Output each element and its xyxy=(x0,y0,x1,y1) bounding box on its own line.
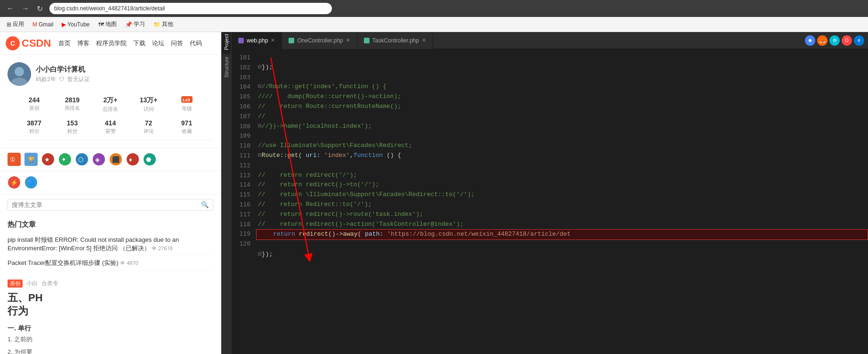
php-file-icon xyxy=(238,38,244,43)
stats-row-1: 244 原创 2819 周排名 2万+ 总排名 13万+ 访问 Lv3 xyxy=(8,91,213,117)
other-icon: 📁 xyxy=(153,21,161,28)
stat-comments: 72 评论 xyxy=(129,119,168,135)
side-panel-left: Project xyxy=(221,32,232,54)
stat-favorites: 971 收藏 xyxy=(168,119,206,135)
user-info-row: 小小白学计算机 码龄2年 🛡 暂无认证 xyxy=(8,62,213,86)
stat-level: Lv3 等级 xyxy=(168,96,206,113)
article-subtitle: 行为 xyxy=(8,305,213,318)
article-toc: 原创 小白 合类专 五、PH 行为 一. 单行 1. 之前的 2. 为何要 3.… xyxy=(0,276,221,354)
badge-7: ⬛ xyxy=(109,153,122,166)
toc-item-2[interactable]: 2. 为何要 xyxy=(8,346,213,354)
bookmarks-bar: ⊞ 应用 M Gmail ▶ YouTube 🗺 地图 📌 学习 📁 其他 xyxy=(0,17,868,32)
browser-chrome: ← → ↻ blog.csdn.net/weixin_44827418/arti… xyxy=(0,0,868,17)
hot-article-2[interactable]: Packet Tracer配置交换机详细步骤 (实验) 👁 4870 xyxy=(8,256,213,271)
search-box: 🔍 xyxy=(8,199,213,211)
maps-icon: 🗺 xyxy=(98,21,104,28)
svg-text:⬣: ⬣ xyxy=(146,156,152,163)
main-layout: C CSDN 首页 博客 程序员学院 下载 论坛 问答 代码 xyxy=(0,32,868,354)
tab-task-controller[interactable]: TaskController.php ✕ xyxy=(357,32,433,49)
code-editor: Project web.php ✕ OneController.php ✕ Ta… xyxy=(221,32,868,354)
search-input[interactable] xyxy=(12,201,201,208)
badge-6: ◈ xyxy=(92,153,105,166)
hot-article-1[interactable]: pip install 时报错 ERROR: Could not install… xyxy=(8,233,213,256)
svg-text:✦: ✦ xyxy=(61,156,66,163)
badge-row-2: ⚡ 🔷 xyxy=(0,171,221,194)
code-content[interactable]: ⊟}); ⊟//Route::get('index',function () {… xyxy=(256,49,868,354)
badge-2: 🏆 xyxy=(24,153,38,166)
nav-qa[interactable]: 问答 xyxy=(171,37,183,49)
csdn-header: C CSDN 首页 博客 程序员学院 下载 论坛 问答 代码 xyxy=(0,32,221,55)
study-icon: 📌 xyxy=(125,21,132,28)
bookmark-youtube[interactable]: ▶ YouTube xyxy=(59,20,92,29)
toc-item-1[interactable]: 1. 之前的 xyxy=(8,333,213,346)
svg-text:♦: ♦ xyxy=(129,156,132,163)
tab-close-one[interactable]: ✕ xyxy=(346,37,350,43)
apps-icon: ⊞ xyxy=(7,21,11,28)
bookmark-study[interactable]: 📌 学习 xyxy=(122,19,148,29)
nav-forum[interactable]: 论坛 xyxy=(152,37,164,49)
nav-academy[interactable]: 程序员学院 xyxy=(96,37,127,49)
stat-visits: 13万+ 访问 xyxy=(129,96,168,113)
svg-text:①: ① xyxy=(10,156,16,163)
badge-3: ★ xyxy=(41,153,55,166)
stat-original: 244 原创 xyxy=(15,96,53,113)
project-panel-tab[interactable]: Project xyxy=(222,32,231,54)
browser-ext-icons: 🦊 ⚙ O e xyxy=(805,35,868,46)
shield-icon: 🛡 xyxy=(59,76,64,82)
bookmark-gmail[interactable]: M Gmail xyxy=(30,20,56,29)
youtube-icon: ▶ xyxy=(62,21,66,28)
tab-web-php[interactable]: web.php ✕ xyxy=(232,32,282,49)
bookmark-other[interactable]: 📁 其他 xyxy=(151,19,176,29)
bookmark-apps[interactable]: ⊞ 应用 xyxy=(4,19,27,29)
refresh-button[interactable]: ↻ xyxy=(34,3,46,14)
line-numbers: 1011021031041051061071081091101111121131… xyxy=(232,49,256,354)
stats-row-2: 3877 积分 153 粉丝 414 获赞 72 评论 971 收藏 xyxy=(8,117,213,140)
badge-4: ✦ xyxy=(58,153,72,166)
tab-one-controller[interactable]: OneController.php ✕ xyxy=(282,32,357,49)
toc-list: 1. 之前的 2. 为何要 3. 继承基 xyxy=(8,333,213,354)
bookmark-maps[interactable]: 🗺 地图 xyxy=(96,19,120,29)
badge-5: ⬡ xyxy=(75,153,88,166)
back-button[interactable]: ← xyxy=(4,3,17,14)
forward-button[interactable]: → xyxy=(19,3,32,14)
csdn-logo: C CSDN xyxy=(6,36,51,50)
tab-close-task[interactable]: ✕ xyxy=(422,37,426,43)
user-meta: 码龄2年 🛡 暂无认证 xyxy=(36,75,90,83)
toc-prefix: 一. 单行 xyxy=(8,324,213,333)
svg-text:🏆: 🏆 xyxy=(28,156,35,163)
user-name: 小小白学计算机 xyxy=(36,65,90,74)
ext-icon-5: e xyxy=(854,35,864,46)
nav-home[interactable]: 首页 xyxy=(58,37,71,49)
svg-text:🔷: 🔷 xyxy=(27,179,35,187)
badge-8: ♦ xyxy=(126,153,139,166)
svg-point-28 xyxy=(809,39,812,42)
nav-blog[interactable]: 博客 xyxy=(77,37,89,49)
category-label: 合类专 xyxy=(41,280,58,288)
search-button[interactable]: 🔍 xyxy=(201,201,209,208)
editor-main: Structure 101102103104105106107108109110… xyxy=(221,49,868,354)
structure-panel: Structure xyxy=(221,49,232,354)
badge-1: ① xyxy=(8,153,21,166)
article-views-1: 👁 27678 xyxy=(152,246,173,251)
article-views-2: 👁 4870 xyxy=(120,260,138,266)
stat-likes: 414 获赞 xyxy=(91,119,129,135)
tab-close-web[interactable]: ✕ xyxy=(271,37,275,43)
article-author: 小白 xyxy=(26,280,38,288)
gmail-icon: M xyxy=(32,21,37,28)
stat-week-rank: 2819 周排名 xyxy=(53,96,91,113)
badge-10: ⚡ xyxy=(8,176,21,189)
user-details: 小小白学计算机 码龄2年 🛡 暂无认证 xyxy=(36,65,90,83)
ext-icon-3: ⚙ xyxy=(829,35,840,46)
nav-download[interactable]: 下载 xyxy=(133,37,145,49)
editor-tabs: Project web.php ✕ OneController.php ✕ Ta… xyxy=(221,32,868,49)
stat-score: 3877 积分 xyxy=(15,119,53,135)
badge-row: ① 🏆 ★ ✦ ⬡ ◈ ⬛ ♦ ⬣ xyxy=(0,148,221,171)
nav-code[interactable]: 代码 xyxy=(190,37,202,49)
structure-tab[interactable]: Structure xyxy=(222,53,231,82)
address-bar[interactable]: blog.csdn.net/weixin_44827418/article/de… xyxy=(49,3,332,14)
user-profile: 小小白学计算机 码龄2年 🛡 暂无认证 244 原创 2819 周排名 xyxy=(0,55,221,148)
csdn-logo-icon: C xyxy=(6,36,20,50)
svg-point-1 xyxy=(15,67,24,76)
php-green-icon-1 xyxy=(289,38,294,43)
csdn-sidebar: C CSDN 首页 博客 程序员学院 下载 论坛 问答 代码 xyxy=(0,32,221,354)
